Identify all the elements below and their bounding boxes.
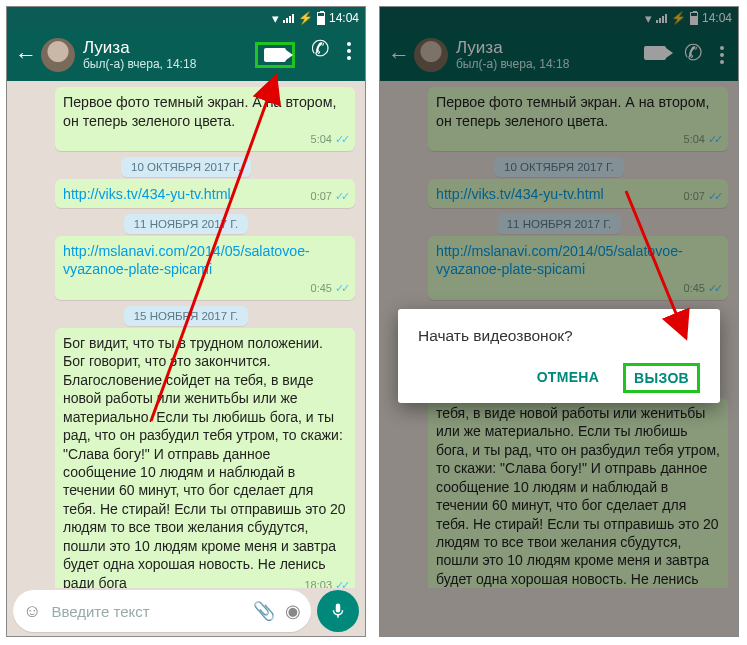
app-bar: ← Луиза был(-а) вчера, 14:18: [7, 29, 365, 81]
date-chip: 10 ОКТЯБРЯ 2017 Г.: [17, 157, 355, 175]
message-bubble[interactable]: Первое фото темный экран. А на втором, о…: [55, 87, 355, 151]
mic-icon: [329, 602, 347, 620]
dialog-message: Начать видеозвонок?: [418, 327, 700, 345]
emoji-icon[interactable]: ☺: [23, 601, 41, 622]
message-time: 0:45: [311, 282, 332, 294]
call-button[interactable]: ВЫЗОВ: [623, 363, 700, 393]
wifi-icon: ▾: [272, 11, 279, 26]
more-menu-button[interactable]: [347, 42, 351, 68]
read-ticks-icon: ✓✓: [335, 579, 347, 588]
charging-icon: ⚡: [298, 11, 313, 25]
message-input[interactable]: ☺ Введите текст 📎 ◉: [13, 590, 311, 632]
message-bubble[interactable]: Бог видит, что ты в трудном положении. Б…: [55, 328, 355, 588]
status-bar: ▾ ⚡ 14:04: [7, 7, 365, 29]
voice-record-button[interactable]: [317, 590, 359, 632]
message-time: 0:07: [311, 190, 332, 202]
contact-title[interactable]: Луиза был(-а) вчера, 14:18: [83, 39, 255, 71]
message-bubble[interactable]: http://viks.tv/434-yu-tv.html 0:07✓✓: [55, 179, 355, 208]
message-text: Первое фото темный экран. А на втором, о…: [63, 94, 336, 129]
video-call-button[interactable]: [255, 42, 295, 68]
input-placeholder: Введите текст: [51, 603, 243, 620]
battery-icon: [317, 12, 325, 25]
message-time: 18:03: [304, 579, 332, 588]
signal-icon: [283, 13, 294, 23]
video-call-dialog: Начать видеозвонок? ОТМЕНА ВЫЗОВ: [398, 309, 720, 403]
attach-icon[interactable]: 📎: [253, 600, 275, 622]
voice-call-button[interactable]: [311, 42, 329, 60]
message-link[interactable]: http://mslanavi.com/2014/05/salatovoe-vy…: [63, 243, 310, 278]
input-bar: ☺ Введите текст 📎 ◉: [13, 590, 359, 632]
avatar[interactable]: [41, 38, 75, 72]
message-text: Бог видит, что ты в трудном положении. Б…: [63, 335, 346, 588]
screenshot-before: ▾ ⚡ 14:04 ← Луиза был(-а) вчера, 14:18 П…: [6, 6, 366, 637]
message-time: 5:04: [311, 133, 332, 145]
read-ticks-icon: ✓✓: [335, 190, 347, 202]
read-ticks-icon: ✓✓: [335, 282, 347, 294]
message-bubble[interactable]: http://mslanavi.com/2014/05/salatovoe-vy…: [55, 236, 355, 300]
video-icon: [264, 48, 286, 62]
date-chip: 11 НОЯБРЯ 2017 Г.: [17, 214, 355, 232]
contact-name: Луиза: [83, 39, 255, 58]
message-link[interactable]: http://viks.tv/434-yu-tv.html: [63, 186, 231, 202]
screenshot-after: ▾ ⚡ 14:04 ← Луиза был(-а) вчера, 14:18 П…: [379, 6, 739, 637]
read-ticks-icon: ✓✓: [335, 133, 347, 145]
cancel-button[interactable]: ОТМЕНА: [533, 363, 603, 393]
date-chip: 15 НОЯБРЯ 2017 Г.: [17, 306, 355, 324]
status-time: 14:04: [329, 11, 359, 25]
contact-status: был(-а) вчера, 14:18: [83, 58, 255, 71]
back-button[interactable]: ←: [13, 42, 39, 68]
camera-icon[interactable]: ◉: [285, 600, 301, 622]
chat-area: Первое фото темный экран. А на втором, о…: [7, 81, 365, 588]
